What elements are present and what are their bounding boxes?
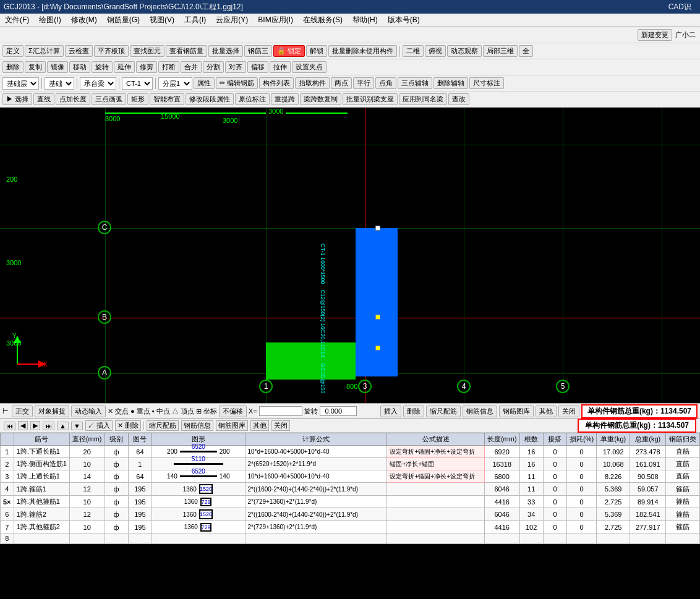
view-rebar-button[interactable]: 查看钢筋量 <box>166 45 207 57</box>
menu-cloud[interactable]: 云应用(Y) <box>211 14 253 27</box>
cloud-check-button[interactable]: 云检查 <box>65 45 93 57</box>
rebar-lib-button2[interactable]: 钢筋图库 <box>216 420 248 431</box>
no-offset-button[interactable]: 不偏移 <box>219 406 247 417</box>
menu-view[interactable]: 视图(V) <box>145 14 179 27</box>
extend-button[interactable]: 延伸 <box>114 61 135 73</box>
smart-layout-button[interactable]: 智能布置 <box>150 93 184 105</box>
ct1-select[interactable]: CT-1 <box>122 77 153 90</box>
copy-span-button[interactable]: 梁跨数复制 <box>300 93 341 105</box>
nav-last[interactable]: ⏭ <box>43 422 54 430</box>
modify-span-button[interactable]: 修改段段属性 <box>186 93 234 105</box>
top-view-button[interactable]: 俯视 <box>425 45 446 57</box>
break-button[interactable]: 打断 <box>158 61 179 73</box>
trim-button[interactable]: 修剪 <box>136 61 157 73</box>
two-point-button[interactable]: 两点 <box>331 77 352 89</box>
menu-help[interactable]: 帮助(H) <box>348 14 383 27</box>
select-button[interactable]: ▶ 选择 <box>2 93 32 105</box>
nav-prev[interactable]: ◀ <box>18 421 28 430</box>
parallel-button[interactable]: 平行 <box>353 77 374 89</box>
offset-button[interactable]: 偏移 <box>247 61 268 73</box>
table-row[interactable]: 5×1跨.其他箍筋110ф19513607292*(729+1360)+2*(1… <box>1 496 700 508</box>
check-modify-button[interactable]: 查改 <box>448 93 469 105</box>
scale-button2[interactable]: 缩尺配筋 <box>147 420 179 431</box>
close-button[interactable]: 关闭 <box>558 406 579 417</box>
menu-rebar-qty[interactable]: 钢筋量(G) <box>102 14 145 27</box>
apply-same-button[interactable]: 应用到同名梁 <box>399 93 447 105</box>
full-button[interactable]: 全 <box>519 45 533 57</box>
line-button[interactable]: 直线 <box>33 93 54 105</box>
table-row[interactable]: 31跨.上通长筋114ф64140652014010*d+1600-40+500… <box>1 470 700 483</box>
insert-button[interactable]: 插入 <box>380 406 401 417</box>
dynin-button[interactable]: 动态输入 <box>71 406 106 417</box>
pt-len-button[interactable]: 点加长度 <box>56 93 90 105</box>
merge-button[interactable]: 合并 <box>181 61 202 73</box>
table-row[interactable]: 21跨.侧面构造筋110ф151102*(6520+1520)+2*11.9*d… <box>1 458 700 470</box>
copy-button[interactable]: 复制 <box>25 61 46 73</box>
table-row[interactable]: 61跨.箍筋212ф195136015202*((1600-2*40)+(144… <box>1 508 700 521</box>
edit-rebar-button[interactable]: ✏ 编辑钢筋 <box>216 77 258 89</box>
menu-draw[interactable]: 绘图(I) <box>34 14 66 27</box>
close-button2[interactable]: 关闭 <box>271 420 290 431</box>
three-point-aux-button[interactable]: 三点辅轴 <box>398 77 432 89</box>
pick-component-button[interactable]: 抬取构件 <box>295 77 330 89</box>
rebar-info-button2[interactable]: 钢筋信息 <box>181 420 213 431</box>
menu-tools[interactable]: 工具(I) <box>179 14 211 27</box>
delete-button[interactable]: 删除 <box>2 61 23 73</box>
rotate-button[interactable]: 旋转 <box>92 61 113 73</box>
table-row[interactable]: 41跨.箍筋112ф195136015202*((1600-2*40)+(144… <box>1 483 700 496</box>
delete-row-button[interactable]: ✕ 删除 <box>115 420 141 431</box>
batch-id-button[interactable]: 批量识别梁支座 <box>343 93 398 105</box>
2d-button[interactable]: 二维 <box>403 45 424 57</box>
set-grip-button[interactable]: 设置夹点 <box>292 61 327 73</box>
menu-file[interactable]: 文件(F) <box>0 14 34 27</box>
three-arc-button[interactable]: 三点画弧 <box>92 93 126 105</box>
menu-online[interactable]: 在线服务(S) <box>298 14 348 27</box>
nav-down[interactable]: ▼ <box>71 422 83 430</box>
new-change-button[interactable]: 新建变更 <box>638 29 672 41</box>
insert-row-button[interactable]: ↙ 插入 <box>85 420 113 431</box>
mirror-button[interactable]: 镜像 <box>47 61 68 73</box>
lock-button[interactable]: 🔒 锁定 <box>273 45 305 57</box>
delete-aux-button[interactable]: 删除辅轴 <box>433 77 468 89</box>
re-extract-button[interactable]: 重提跨 <box>271 93 299 105</box>
rebar-info-button[interactable]: 钢筋信息 <box>463 406 497 417</box>
other-button[interactable]: 其他 <box>536 406 557 417</box>
table-row[interactable]: 8 <box>1 533 700 544</box>
point-angle-button[interactable]: 点角 <box>375 77 396 89</box>
nav-up[interactable]: ▲ <box>57 422 69 430</box>
position-label-button[interactable]: 原位标注 <box>235 93 270 105</box>
rebar3-button[interactable]: 钢筋三 <box>244 45 272 57</box>
dim-label-button[interactable]: 尺寸标注 <box>469 77 504 89</box>
base-layer-select[interactable]: 基础层 <box>2 77 39 90</box>
osnap-button[interactable]: 对象捕捉 <box>35 406 69 417</box>
table-row[interactable]: 11跨.下通长筋120ф64200652020010*d+1600-40+500… <box>1 446 700 458</box>
x-input[interactable] <box>259 406 302 416</box>
dynamic-obs-button[interactable]: 动态观察 <box>447 45 482 57</box>
sum-calc-button[interactable]: Σ汇总计算 <box>25 45 64 57</box>
ctl-select[interactable]: 承台梁 <box>80 77 116 90</box>
move-button[interactable]: 移动 <box>69 61 90 73</box>
menu-bim[interactable]: BIM应用(I) <box>253 14 298 27</box>
find-element-button[interactable]: 查找图元 <box>130 45 164 57</box>
nav-first[interactable]: ⏮ <box>4 422 15 430</box>
other-button2[interactable]: 其他 <box>250 420 269 431</box>
batch-select-button[interactable]: 批量选择 <box>208 45 243 57</box>
component-list-button[interactable]: 构件列表 <box>259 77 294 89</box>
sublayer-select[interactable]: 分层1 <box>158 77 192 90</box>
rebar-library-button[interactable]: 钢筋图库 <box>499 406 534 417</box>
menu-version[interactable]: 版本号(B) <box>383 14 425 27</box>
align-button[interactable]: 对齐 <box>225 61 246 73</box>
split-button[interactable]: 分割 <box>203 61 224 73</box>
scale-rebar-button[interactable]: 缩尺配筋 <box>426 406 461 417</box>
table-row[interactable]: 71跨.其他箍筋210ф19513607292*(729+1360)+2*(11… <box>1 521 700 533</box>
rect-button[interactable]: 矩形 <box>127 93 148 105</box>
nav-next[interactable]: ▶ <box>30 421 40 430</box>
rotate-input[interactable] <box>320 406 357 416</box>
property-button[interactable]: 属性 <box>194 77 215 89</box>
local-3d-button[interactable]: 局部三维 <box>483 45 518 57</box>
flat-slab-button[interactable]: 平齐板顶 <box>94 45 129 57</box>
del-row-button[interactable]: 删除 <box>403 406 424 417</box>
define-button[interactable]: 定义 <box>2 45 23 57</box>
ortho-button[interactable]: 正交 <box>12 406 33 417</box>
base-select[interactable]: 基础 <box>45 77 74 90</box>
